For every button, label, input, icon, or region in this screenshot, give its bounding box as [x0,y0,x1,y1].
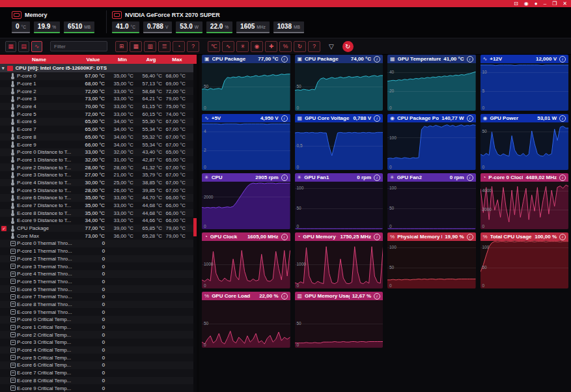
graph-view-button[interactable]: ∿ [31,41,42,52]
column-avg[interactable]: Avg [137,57,165,63]
table-row[interactable]: E-core 8 Critical Temp...0 [0,377,197,385]
tile-header[interactable]: ✳GPU Fan20 rpmi [387,173,476,182]
gpu-tool-icon[interactable]: ▦ [130,41,142,52]
table-row[interactable]: P-core 0 Distance to T...33,00 °C32,00 °… [0,148,197,156]
column-max[interactable]: Max [165,57,189,63]
tile-header[interactable]: %GPU Core Load22,00 %i [202,292,290,300]
table-row[interactable]: E-core 7 Distance to T...35,00 °C33,00 °… [0,202,197,210]
table-row[interactable]: E-core 9 Critical Temp...0 [0,384,197,392]
table-row[interactable]: P-core 4 Critical Temp...0 [0,346,197,354]
table-view-button[interactable]: ▦ [5,41,16,52]
column-name[interactable]: Name [0,57,78,63]
tile-header[interactable]: ▣CPU Package77,00 °Ci [202,55,290,63]
table-row[interactable]: ✓CPU Package77,00 °C39,00 °C65,85 °C79,0… [0,225,197,232]
info-icon[interactable]: i [281,56,288,63]
tile-header[interactable]: ✳GPU Fan10 rpmi [295,173,383,182]
collapse-chevron-icon[interactable]: ▾ [2,66,5,71]
record-icon[interactable]: ● [535,0,538,7]
table-row[interactable]: E-core 7 Critical Temp...0 [0,369,197,377]
table-row[interactable]: E-core 966,00 °C34,00 °C55,34 °C67,00 °C [0,141,197,148]
table-row[interactable]: P-core 3 Distance to T...27,00 °C21,00 °… [0,171,197,179]
info-icon[interactable]: i [559,234,566,240]
table-row[interactable]: E-core 9 Thermal Thro...0 [0,308,197,316]
info-icon[interactable]: i [467,175,473,181]
fan-tool-icon[interactable]: ✳ [236,41,249,52]
table-row[interactable]: P-core 2 Distance to T...28,00 °C28,00 °… [0,163,197,171]
table-row[interactable]: P-core 470,00 °C33,00 °C61,15 °C75,00 °C [0,103,197,111]
info-icon[interactable]: i [374,293,380,300]
checkbox-checked[interactable]: ✓ [1,226,7,231]
percent-tool-icon[interactable]: % [279,41,292,52]
voltage-tool-icon[interactable]: ∿ [222,41,234,52]
info-icon[interactable]: i [374,115,380,122]
info-icon[interactable]: i [374,234,380,240]
tile-header[interactable]: ◔P-core 0 Clock4489,02 MHzi [480,173,569,182]
table-row[interactable]: P-core 373,00 °C33,00 °C64,21 °C79,00 °C [0,95,197,103]
history-tool-icon[interactable]: ◔ [173,41,185,52]
tile-header[interactable]: ◔GPU Clock1605,00 MHzi [202,232,290,241]
scrollbar-thumb[interactable] [193,218,197,236]
table-row[interactable]: P-core 572,00 °C33,00 °C60,15 °C74,00 °C [0,110,197,118]
maximize-icon[interactable]: ❐ [552,0,557,7]
table-row[interactable]: P-core 0 Thermal Thro...0 [0,240,197,247]
info-icon[interactable]: i [374,175,380,181]
tile-header[interactable]: ▦GPU Core Voltage0,788 Vi [295,114,383,122]
tile-header[interactable]: ▦GPU Temperature41,00 °Ci [387,55,476,63]
table-row[interactable]: P-core 2 Thermal Thro...0 [0,255,197,263]
tile-header[interactable]: ∿+5V4,950 Vi [202,114,290,122]
column-value[interactable]: Value [78,57,108,63]
snip-icon[interactable]: ⊡ [514,0,518,7]
tile-header[interactable]: %Total CPU Usage100,00 %i [480,232,569,241]
tiles-view-button[interactable]: ▤ [18,41,29,52]
table-row[interactable]: Core Max73,00 °C36,00 °C65,28 °C79,00 °C [0,232,197,240]
table-row[interactable]: P-core 1 Distance to T...32,00 °C31,00 °… [0,156,197,164]
sensor-group-row[interactable]: ▾ CPU [#0]: Intel Core i5-12600KF: DTS [0,64,197,72]
tile-header[interactable]: ▣CPU Package74,00 °Ci [295,55,383,63]
tile-header[interactable]: ✳CPU2905 rpmi [202,173,290,182]
table-row[interactable]: P-core 4 Thermal Thro...0 [0,270,197,278]
power-tool-icon[interactable]: ◉ [251,41,263,52]
refresh-button[interactable]: ↻ [342,41,354,52]
table-row[interactable]: P-core 2 Critical Temp...0 [0,331,197,339]
info-icon[interactable]: i [559,56,566,63]
table-row[interactable]: P-core 3 Critical Temp...0 [0,339,197,346]
temperature-tool-icon[interactable]: ℃ [208,41,220,52]
expand-tool-icon[interactable]: ⊞ [115,41,128,52]
tile-header[interactable]: ◉GPU Power53,01 Wi [480,114,569,122]
info-icon[interactable]: i [281,175,288,181]
filter-funnel-icon[interactable]: ▽ [329,43,334,50]
info-icon[interactable]: i [281,293,288,300]
info-icon[interactable]: i [281,234,288,240]
info-icon[interactable]: i [281,115,288,122]
add-tool-icon[interactable]: ✚ [265,41,277,52]
table-row[interactable]: E-core 765,00 °C34,00 °C55,34 °C67,00 °C [0,126,197,133]
column-min[interactable]: Min [108,57,137,63]
table-row[interactable]: P-core 5 Distance to T...28,00 °C26,00 °… [0,186,197,194]
table-row[interactable]: E-core 865,00 °C34,00 °C55,32 °C67,00 °C [0,133,197,141]
table-row[interactable]: P-core 067,00 °C35,00 °C56,40 °C68,00 °C [0,72,197,80]
table-row[interactable]: E-core 6 Distance to T...35,00 °C33,00 °… [0,194,197,202]
tile-header[interactable]: %Physical Memory Load19,90 %i [387,232,476,241]
info-icon[interactable]: i [374,56,380,63]
info-icon[interactable]: i [467,115,473,122]
table-row[interactable]: E-core 9 Distance to T...34,00 °C33,00 °… [0,217,197,225]
table-row[interactable]: P-core 5 Critical Temp...0 [0,354,197,361]
info-icon[interactable]: i [559,115,566,122]
table-row[interactable]: E-core 8 Distance to T...35,00 °C33,00 °… [0,209,197,217]
close-icon[interactable]: ✕ [563,0,567,7]
list-tool-icon[interactable]: ☰ [158,41,171,52]
table-scrollbar[interactable] [193,64,197,392]
cycle-tool-icon[interactable]: ↻ [294,41,306,52]
info-tool-icon[interactable]: ? [308,41,320,52]
table-row[interactable]: P-core 168,00 °C35,00 °C57,13 °C69,00 °C [0,80,197,88]
table-row[interactable]: E-core 6 Thermal Thro...0 [0,285,197,293]
minimize-icon[interactable]: – [544,0,546,7]
info-icon[interactable]: i [467,234,473,240]
tile-header[interactable]: ▥GPU Memory Usage12,67 %i [295,292,383,300]
filter-input[interactable] [50,41,107,51]
table-row[interactable]: P-core 1 Critical Temp...0 [0,324,197,331]
info-icon[interactable]: i [467,56,473,63]
tile-header[interactable]: ◉CPU Package Power140,77 Wi [387,114,476,122]
table-row[interactable]: P-core 3 Thermal Thro...0 [0,262,197,270]
tile-header[interactable]: ∿+12V12,000 Vi [480,55,569,63]
